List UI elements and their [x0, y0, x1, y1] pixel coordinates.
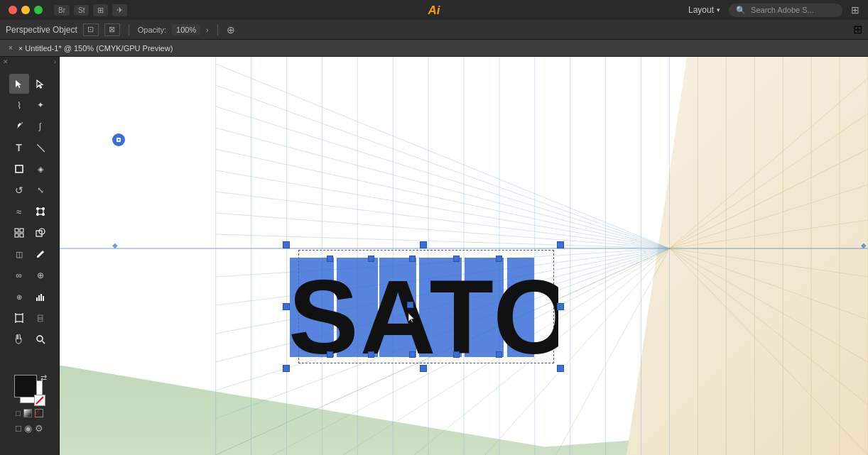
anchor-3 [409, 256, 416, 262]
type-tool[interactable]: T [9, 138, 29, 158]
free-transform-tool[interactable] [31, 202, 50, 221]
color-swatches[interactable]: ⇄ [14, 375, 45, 406]
bridge-button[interactable]: Br [54, 5, 70, 16]
svg-rect-77 [290, 258, 334, 357]
svg-rect-80 [419, 258, 462, 357]
svg-rect-14 [40, 294, 42, 301]
tool-row-type: T | [0, 138, 59, 158]
search-input[interactable]: 🔍 Search Adobe S... [729, 4, 842, 17]
gradient-mode[interactable] [23, 409, 32, 417]
svg-rect-12 [36, 297, 38, 301]
rectangle-tool[interactable] [9, 159, 29, 179]
svg-text:SATORI: SATORI [288, 258, 558, 366]
right-vp-marker: ◆ [861, 241, 867, 249]
separator-2 [217, 24, 218, 35]
search-placeholder: Search Adobe S... [751, 6, 814, 14]
shape-builder-tool[interactable] [31, 223, 50, 243]
gradient-tool[interactable]: ◫ [9, 244, 29, 264]
ext-apps: Br St ⊞ ✈ [54, 4, 127, 16]
tool-row-select [0, 74, 59, 94]
magic-wand-tool[interactable]: ✦ [31, 95, 50, 115]
anchor-7 [368, 351, 374, 358]
slice-tool[interactable]: ⌸ [31, 308, 50, 328]
maximize-button[interactable] [34, 6, 43, 14]
view-icons-row: □ ◉ ⚙ [16, 423, 43, 434]
stock-button[interactable]: St [74, 5, 89, 16]
arrange-panels-icon[interactable]: ⊞ [851, 4, 859, 16]
toolbox-collapse-right[interactable]: › [54, 58, 56, 65]
libraries-button[interactable]: ⊞ [93, 4, 108, 16]
svg-rect-79 [379, 258, 416, 357]
direct-selection-tool[interactable] [31, 74, 50, 94]
tab-title[interactable]: × Untitled-1* @ 150% (CMYK/GPU Preview) [18, 44, 173, 53]
minimize-button[interactable] [21, 6, 30, 14]
tool-row-lasso: ⌇ ✦ [0, 95, 59, 115]
opacity-input[interactable]: 100% [172, 24, 200, 35]
bar-graph-tool[interactable] [31, 287, 50, 307]
svg-point-3 [42, 208, 44, 210]
eraser-tool[interactable]: ◈ [31, 159, 50, 179]
tool-row-blend: ∞ ⊕ [0, 265, 59, 285]
tool-row-artboard: ⌸ [0, 308, 59, 328]
swap-colors-icon[interactable]: ⇄ [40, 373, 47, 383]
toolbox-collapse-left[interactable]: ✕ [3, 58, 9, 65]
tool-row-perspective [0, 223, 59, 243]
satori-object[interactable]: SATORI [288, 247, 558, 366]
zoom-tool[interactable] [31, 329, 50, 349]
anchor-9 [453, 351, 460, 358]
add-anchor-tool[interactable]: ⊕ [9, 287, 29, 307]
change-screen-mode-icon[interactable]: □ [16, 423, 21, 434]
svg-rect-82 [507, 258, 534, 357]
svg-rect-13 [38, 295, 40, 301]
svg-rect-9 [20, 234, 23, 237]
share-button[interactable]: ✈ [112, 4, 127, 16]
vp-handle-top[interactable] [112, 133, 125, 146]
symbol-sprayer-tool[interactable]: ⊕ [31, 265, 50, 285]
color-swatches-area: ⇄ □ ⁄ □ ◉ ⚙ [0, 375, 59, 434]
pen-tool[interactable] [9, 116, 29, 136]
anchor-6 [327, 351, 333, 358]
none-swatch[interactable] [34, 395, 45, 406]
blue-fill-overlay: SATORI [288, 247, 558, 366]
opacity-label: Opacity: [138, 26, 166, 34]
toggle-visibility-icon[interactable]: ◉ [24, 423, 32, 434]
svg-rect-16 [16, 314, 23, 322]
line-tool[interactable]: | [26, 133, 55, 162]
tool-row-rotate: ↺ ⤡ [0, 180, 59, 200]
layout-button[interactable]: Layout ▾ [688, 5, 720, 15]
expand-button[interactable]: › [206, 26, 209, 34]
make-clipping-mask-icon[interactable]: ⊠ [104, 23, 120, 36]
selection-tool[interactable] [9, 74, 29, 94]
context-toolbar: Perspective Object ⊡ ⊠ Opacity: 100% › ⊕… [0, 20, 868, 40]
none-mode[interactable]: ⁄ [35, 409, 43, 417]
perspective-grid-tool[interactable] [9, 223, 29, 243]
tab-close-icon[interactable]: × [9, 44, 13, 52]
blend-tool[interactable]: ∞ [9, 265, 29, 285]
transform-icon[interactable]: ⊕ [227, 24, 235, 35]
anchor-8 [409, 351, 416, 358]
hand-tool[interactable] [9, 329, 29, 349]
document-tab: × × Untitled-1* @ 150% (CMYK/GPU Preview… [0, 40, 868, 57]
warp-tool[interactable]: ≈ [9, 202, 29, 221]
traffic-lights [9, 6, 43, 14]
svg-rect-8 [15, 234, 18, 237]
anchor-5 [496, 256, 502, 262]
rotate-tool[interactable]: ↺ [9, 180, 29, 200]
svg-line-22 [42, 341, 45, 344]
canvas-area[interactable]: .grid-line-blue { stroke: #7fafd4; strok… [60, 57, 868, 455]
fill-color-mode[interactable]: □ [16, 409, 21, 417]
arrange-view-icon[interactable]: ⊞ [853, 23, 862, 36]
anchor-1 [327, 256, 333, 262]
chevron-down-icon: ▾ [717, 6, 720, 13]
anchor-10 [496, 351, 502, 358]
scale-tool[interactable]: ⤡ [31, 180, 50, 200]
artboard-tool[interactable] [9, 308, 29, 328]
search-icon: 🔍 [736, 6, 746, 14]
preferences-icon[interactable]: ⚙ [35, 423, 43, 434]
eyedropper-tool[interactable] [31, 244, 50, 264]
titlebar: Br St ⊞ ✈ Ai Layout ▾ 🔍 Search Adobe S..… [0, 0, 868, 20]
tool-row-pen: ∫ [0, 116, 59, 136]
close-button[interactable] [9, 6, 17, 14]
image-trace-icon[interactable]: ⊡ [83, 23, 99, 36]
lasso-tool[interactable]: ⌇ [9, 95, 29, 115]
